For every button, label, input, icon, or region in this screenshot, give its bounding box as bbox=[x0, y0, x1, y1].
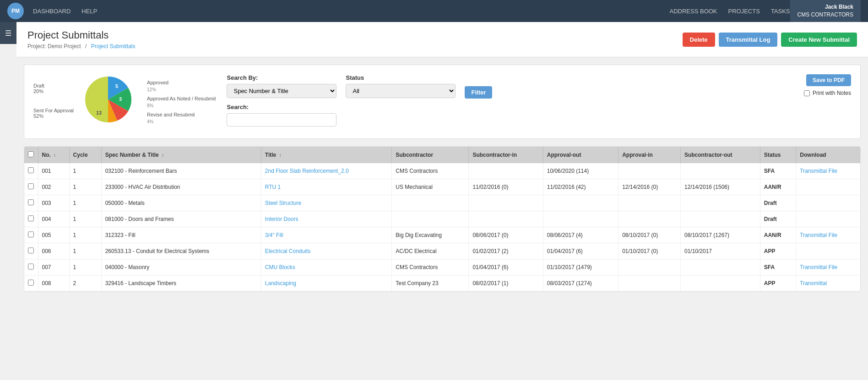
nav-address-book[interactable]: ADDRESS BOOK bbox=[670, 8, 717, 15]
status-select[interactable]: All Draft SFA APP AAN/R RR bbox=[346, 84, 456, 98]
title-link[interactable]: Electrical Conduits bbox=[265, 248, 310, 254]
transmittal-log-button[interactable]: Transmittal Log bbox=[719, 33, 778, 47]
row-no: 002 bbox=[38, 179, 69, 195]
th-spec-number-title[interactable]: Spec Number & Title ↕ bbox=[101, 147, 261, 163]
row-download[interactable]: Transmittal File bbox=[796, 227, 860, 243]
row-spec-number-title: 040000 - Masonry bbox=[101, 259, 261, 275]
filter-controls: Search By: Spec Number & Title Title Sub… bbox=[227, 74, 851, 127]
title-link[interactable]: 2nd Floor Slab Reinforcement_2.0 bbox=[265, 168, 349, 174]
row-subcontractor-in: 11/02/2016 (0) bbox=[469, 179, 543, 195]
row-download[interactable]: Transmittal bbox=[796, 275, 860, 292]
row-subcontractor bbox=[392, 195, 469, 211]
download-link[interactable]: Transmittal File bbox=[800, 168, 837, 174]
row-no: 001 bbox=[38, 163, 69, 179]
search-by-select[interactable]: Spec Number & Title Title Subcontractor … bbox=[227, 84, 336, 98]
page-title-section: Project Submittals Project: Demo Project… bbox=[27, 29, 135, 50]
row-download[interactable]: Transmittal File bbox=[796, 163, 860, 179]
row-subcontractor: US Mechanical bbox=[392, 179, 469, 195]
print-notes-checkbox[interactable] bbox=[804, 90, 810, 96]
app-logo: PM bbox=[7, 3, 24, 19]
breadcrumb-separator: / bbox=[85, 43, 87, 50]
legend-revise-pct: 4% bbox=[147, 119, 216, 124]
row-subcontractor-out: 01/10/2017 bbox=[680, 243, 760, 259]
row-status: Draft bbox=[760, 195, 796, 211]
row-approval-in bbox=[618, 195, 681, 211]
delete-button[interactable]: Delete bbox=[683, 33, 715, 47]
nav-right: ADDRESS BOOK PROJECTS TASKS bbox=[670, 8, 790, 15]
pie-chart: 5 3 13 bbox=[83, 74, 138, 129]
row-title[interactable]: Electrical Conduits bbox=[261, 243, 391, 259]
nav-dashboard[interactable]: DASHBOARD bbox=[33, 8, 71, 15]
page-title: Project Submittals bbox=[27, 29, 135, 41]
row-download bbox=[796, 211, 860, 227]
row-download[interactable]: Transmittal File bbox=[796, 259, 860, 275]
row-title[interactable]: Interior Doors bbox=[261, 211, 391, 227]
row-checkbox[interactable] bbox=[28, 183, 34, 189]
legend-aan-r: Approved As Noted / Resubmit bbox=[147, 96, 216, 101]
row-no: 004 bbox=[38, 211, 69, 227]
row-checkbox[interactable] bbox=[28, 280, 34, 286]
search-input[interactable] bbox=[227, 113, 336, 127]
download-link[interactable]: Transmittal File bbox=[800, 264, 837, 270]
row-checkbox[interactable] bbox=[28, 264, 34, 270]
nav-projects[interactable]: PROJECTS bbox=[728, 8, 760, 15]
breadcrumb-parent[interactable]: Project: Demo Project bbox=[27, 43, 81, 50]
th-no[interactable]: No. ↕ bbox=[38, 147, 69, 163]
chart-area: Draft 20% Sent For Approval 52% bbox=[33, 74, 216, 129]
print-notes-label: Print with Notes bbox=[813, 90, 851, 96]
title-link[interactable]: CMU Blocks bbox=[265, 264, 295, 270]
th-download: Download bbox=[796, 147, 860, 163]
title-link[interactable]: RTU 1 bbox=[265, 184, 281, 190]
nav-help[interactable]: HELP bbox=[81, 8, 97, 15]
row-cycle: 2 bbox=[69, 275, 101, 292]
download-link[interactable]: Transmittal File bbox=[800, 232, 837, 238]
row-title[interactable]: RTU 1 bbox=[261, 179, 391, 195]
table-row: 002 1 233000 - HVAC Air Distribution RTU… bbox=[24, 179, 860, 195]
table-body: 001 1 032100 - Reinforcement Bars 2nd Fl… bbox=[24, 163, 860, 292]
row-title[interactable]: 2nd Floor Slab Reinforcement_2.0 bbox=[261, 163, 391, 179]
row-title[interactable]: CMU Blocks bbox=[261, 259, 391, 275]
row-approval-out: 08/06/2017 (4) bbox=[543, 227, 618, 243]
title-link[interactable]: Steel Structure bbox=[265, 200, 301, 206]
search-by-group: Search By: Spec Number & Title Title Sub… bbox=[227, 74, 336, 127]
sort-no-icon: ↕ bbox=[54, 153, 56, 158]
th-title[interactable]: Title ↕ bbox=[261, 147, 391, 163]
row-subcontractor-in: 01/04/2017 (6) bbox=[469, 259, 543, 275]
row-checkbox[interactable] bbox=[28, 199, 34, 205]
row-checkbox[interactable] bbox=[28, 231, 34, 237]
select-all-checkbox[interactable] bbox=[28, 151, 34, 157]
row-checkbox-cell bbox=[24, 163, 38, 179]
chart-legend-left: Draft 20% Sent For Approval 52% bbox=[33, 83, 74, 121]
row-cycle: 1 bbox=[69, 243, 101, 259]
chart-legend-right: Approved 12% Approved As Noted / Resubmi… bbox=[147, 80, 216, 124]
save-to-pdf-button[interactable]: Save to PDF bbox=[806, 74, 851, 86]
row-download bbox=[796, 195, 860, 211]
download-link[interactable]: Transmittal bbox=[800, 280, 827, 286]
create-new-submittal-button[interactable]: Create New Submittal bbox=[781, 33, 857, 47]
row-subcontractor-out bbox=[680, 211, 760, 227]
status-label: Status bbox=[346, 74, 456, 81]
nav-tasks[interactable]: TASKS bbox=[771, 8, 790, 15]
row-spec-number-title: 329416 - Landscape Timbers bbox=[101, 275, 261, 292]
row-title[interactable]: 3/4" Fill bbox=[261, 227, 391, 243]
row-no: 006 bbox=[38, 243, 69, 259]
user-info: Jack Black CMS CONTRACTORS bbox=[790, 0, 861, 22]
pdf-actions: Save to PDF Print with Notes bbox=[804, 74, 851, 96]
row-title[interactable]: Landscaping bbox=[261, 275, 391, 292]
row-checkbox[interactable] bbox=[28, 167, 34, 173]
row-approval-in bbox=[618, 211, 681, 227]
table-header-row: No. ↕ Cycle Spec Number & Title ↕ Title … bbox=[24, 147, 860, 163]
search-by-label: Search By: bbox=[227, 74, 336, 81]
sidebar-toggle-button[interactable]: ☰ bbox=[0, 22, 16, 44]
filter-button[interactable]: Filter bbox=[465, 86, 492, 99]
title-link[interactable]: Landscaping bbox=[265, 280, 296, 286]
title-link[interactable]: 3/4" Fill bbox=[265, 232, 283, 238]
row-subcontractor-in bbox=[469, 163, 543, 179]
row-approval-in bbox=[618, 259, 681, 275]
title-link[interactable]: Interior Doors bbox=[265, 216, 298, 222]
row-title[interactable]: Steel Structure bbox=[261, 195, 391, 211]
row-checkbox[interactable] bbox=[28, 215, 34, 221]
th-approval-in: Approval-in bbox=[618, 147, 681, 163]
row-checkbox[interactable] bbox=[28, 248, 34, 253]
top-navigation: PM DASHBOARD HELP ADDRESS BOOK PROJECTS … bbox=[0, 0, 868, 22]
